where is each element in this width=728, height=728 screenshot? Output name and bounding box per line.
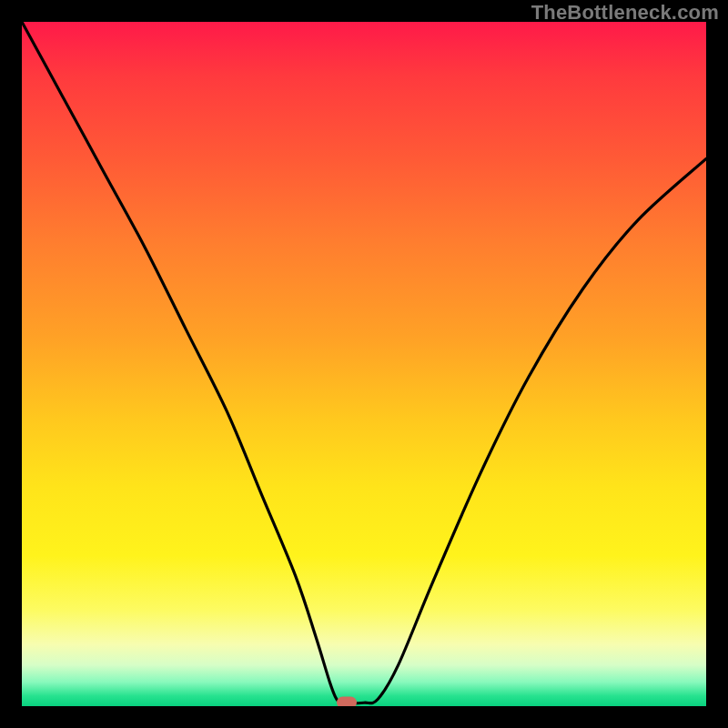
chart-container: TheBottleneck.com xyxy=(0,0,728,728)
min-point-marker xyxy=(337,697,357,706)
data-curve xyxy=(22,22,706,706)
plot-area xyxy=(22,22,706,706)
watermark-text: TheBottleneck.com xyxy=(531,1,719,25)
curve-path xyxy=(22,22,706,703)
